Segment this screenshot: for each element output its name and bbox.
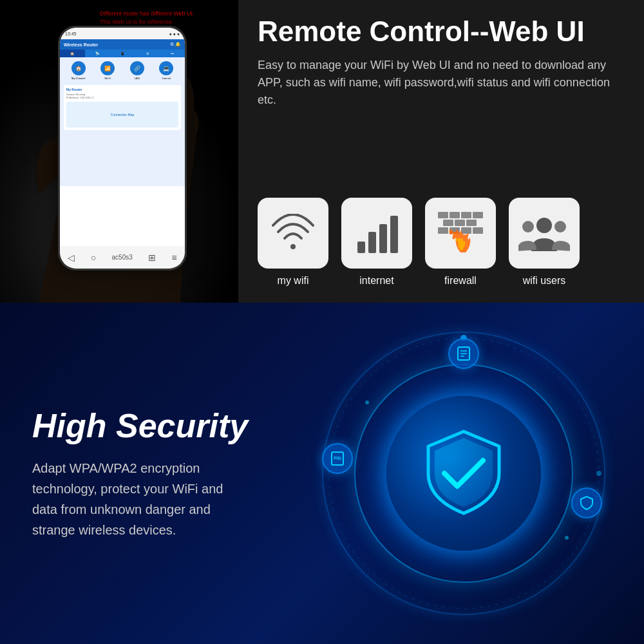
- phone-content: 🏠 My Channel 📶 Wi-Fi 🔗 LAN 💻: [60, 57, 185, 186]
- phone-icon-3: 🔗 LAN: [130, 61, 144, 80]
- router-doc-icon: [456, 346, 471, 361]
- svg-rect-6: [438, 212, 448, 218]
- svg-rect-8: [461, 212, 471, 218]
- bottom-right: PIN: [283, 303, 644, 644]
- wifi-users-icon-box: [509, 198, 580, 269]
- my-wifi-icon-box: [258, 198, 328, 269]
- phone-status-icons: ● ● ●: [169, 32, 180, 36]
- svg-rect-12: [466, 220, 477, 226]
- phone-icon-4: 💻 Internet: [159, 61, 173, 80]
- globe-container: PIN: [316, 325, 612, 621]
- phone-nav-home[interactable]: 🏠: [60, 50, 85, 57]
- phone-icons-row: 🏠 My Channel 📶 Wi-Fi 🔗 LAN 💻: [64, 61, 181, 80]
- firewall-label: firewall: [444, 275, 477, 287]
- phone-icon-label-1: My Channel: [71, 77, 86, 80]
- phone-nav-settings[interactable]: ⚙: [135, 50, 160, 57]
- disclaimer-text: Different router has different Web UI. T…: [100, 10, 194, 26]
- phone-header-icons: ⚙ 🔔: [170, 42, 181, 47]
- feature-firewall: firewall: [425, 198, 496, 287]
- features-row: my wifi internet: [258, 198, 625, 287]
- phone-app-header: Wireless Router ⚙ 🔔: [60, 39, 185, 50]
- svg-point-19: [554, 221, 566, 232]
- svg-point-24: [596, 471, 601, 476]
- phone-icon-2: 📶 Wi-Fi: [100, 61, 115, 80]
- main-description: Easy to manage your WiFi by Web UI and n…: [258, 57, 625, 109]
- security-description: Adapt WPA/WPA2 encryption technology, pr…: [32, 458, 251, 540]
- phone-icon-label-2: Wi-Fi: [100, 77, 115, 80]
- phone-icon-label-4: Internet: [159, 77, 173, 80]
- firewall-icon-box: [425, 198, 496, 269]
- phone-time: 13:45: [65, 32, 77, 36]
- svg-text:PIN: PIN: [334, 456, 341, 460]
- svg-rect-2: [357, 242, 365, 253]
- svg-rect-4: [379, 224, 387, 253]
- phone-icon-circle-4: 💻: [159, 61, 173, 75]
- svg-rect-5: [390, 216, 398, 253]
- svg-point-26: [565, 536, 569, 540]
- internet-icon: [354, 213, 399, 254]
- phone-icon-circle-1: 🏠: [71, 61, 86, 75]
- floating-icon-top: [448, 338, 479, 369]
- floating-icon-right: [571, 488, 602, 518]
- internet-label: internet: [359, 275, 393, 287]
- phone-nav-device[interactable]: 📱: [110, 50, 135, 57]
- right-content: Remote Control--Web UI Easy to manage yo…: [238, 0, 644, 303]
- wifi-users-icon: [518, 213, 570, 254]
- svg-rect-7: [450, 212, 460, 218]
- phone-mockup: 13:45 ● ● ● Wireless Router ⚙ 🔔 🏠 📡 📱 ⚙: [58, 26, 187, 270]
- phone-task-label: ac50s3: [112, 254, 133, 261]
- phone-home-icon[interactable]: ○: [91, 252, 96, 263]
- bottom-left: High Security Adapt WPA/WPA2 encryption …: [0, 381, 283, 566]
- phone-apps-icon[interactable]: ⊞: [148, 252, 156, 263]
- svg-point-25: [365, 401, 369, 404]
- phone-menu-icon[interactable]: ≡: [172, 252, 177, 263]
- svg-rect-16: [473, 227, 483, 234]
- globe-inner: [386, 396, 541, 551]
- pin-icon: PIN: [330, 451, 345, 466]
- svg-rect-13: [438, 227, 448, 234]
- phone-status-bar: 13:45 ● ● ●: [60, 28, 185, 39]
- svg-point-1: [290, 244, 296, 249]
- svg-rect-11: [455, 220, 465, 226]
- svg-rect-15: [461, 227, 471, 234]
- phone-icon-circle-3: 🔗: [130, 61, 144, 75]
- phone-icon-1: 🏠 My Channel: [71, 61, 86, 80]
- top-section: Different router has different Web UI. T…: [0, 0, 644, 303]
- floating-icon-left: PIN: [322, 443, 353, 474]
- phone-icon-label-3: LAN: [130, 77, 144, 80]
- main-title: Remote Control--Web UI: [258, 16, 625, 47]
- phone-back-icon[interactable]: ◁: [68, 252, 75, 263]
- wifi-icon: [270, 214, 316, 252]
- shield-icon-large: [422, 428, 506, 518]
- feature-wifi-users: wifi users: [509, 198, 580, 287]
- phone-nav-wifi[interactable]: 📡: [85, 50, 110, 57]
- bottom-section: High Security Adapt WPA/WPA2 encryption …: [0, 303, 644, 644]
- phone-screen: 13:45 ● ● ● Wireless Router ⚙ 🔔 🏠 📡 📱 ⚙: [60, 28, 185, 269]
- phone-nav-more[interactable]: •••: [160, 50, 185, 57]
- phone-area: Different router has different Web UI. T…: [0, 0, 238, 303]
- svg-rect-9: [473, 212, 483, 218]
- security-title: High Security: [32, 406, 251, 445]
- phone-bottom-bar: ◁ ○ ac50s3 ⊞ ≡: [60, 246, 185, 269]
- phone-nav: 🏠 📡 📱 ⚙ •••: [60, 50, 185, 57]
- svg-point-17: [536, 218, 552, 233]
- small-shield-icon: [579, 495, 594, 511]
- internet-icon-box: [341, 198, 412, 269]
- phone-icon-circle-2: 📶: [100, 61, 115, 75]
- my-wifi-label: my wifi: [278, 275, 309, 287]
- feature-my-wifi: my wifi: [258, 198, 328, 287]
- svg-rect-10: [443, 220, 453, 226]
- wifi-users-label: wifi users: [523, 275, 566, 287]
- firewall-icon: [437, 211, 485, 256]
- feature-internet: internet: [341, 198, 412, 287]
- svg-rect-3: [368, 232, 376, 253]
- svg-point-18: [522, 221, 534, 232]
- phone-app-title: Wireless Router: [64, 43, 98, 47]
- phone-status-info: My Router System Running IP Address: 192…: [64, 85, 181, 130]
